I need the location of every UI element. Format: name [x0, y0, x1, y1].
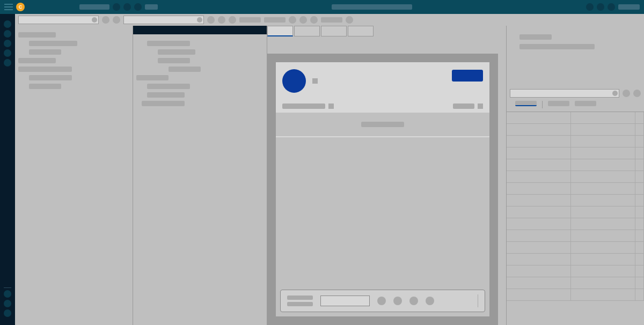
- topbar-action-icon[interactable]: [608, 3, 615, 11]
- tree-item[interactable]: [29, 41, 77, 46]
- footer-action-icon[interactable]: [426, 297, 434, 305]
- tree-item[interactable]: [158, 58, 190, 63]
- toolbar-action-icon[interactable]: [218, 16, 225, 24]
- table-row[interactable]: [507, 171, 644, 183]
- topbar-action-icon[interactable]: [586, 3, 594, 11]
- footer-action-icon[interactable]: [393, 297, 402, 305]
- footer-input[interactable]: [320, 296, 370, 306]
- nav-item-icon[interactable]: [4, 20, 11, 28]
- table-row[interactable]: [507, 218, 644, 230]
- toolbar-action-icon[interactable]: [207, 16, 215, 24]
- table-row[interactable]: [507, 289, 644, 301]
- tree-item[interactable]: [18, 32, 56, 38]
- nav-item-icon[interactable]: [4, 300, 11, 307]
- toolbar-action-icon[interactable]: [299, 16, 307, 24]
- right-panel: [506, 26, 644, 325]
- search-input[interactable]: [510, 89, 619, 98]
- table-row[interactable]: [507, 112, 644, 124]
- modal-label: [282, 104, 325, 109]
- tree-item[interactable]: [147, 84, 190, 89]
- table-row[interactable]: [507, 277, 644, 289]
- search-icon: [612, 91, 618, 96]
- table-row[interactable]: [507, 230, 644, 242]
- right-tab[interactable]: [548, 101, 569, 106]
- footer-action-icon[interactable]: [409, 297, 418, 305]
- topbar-text: [79, 4, 109, 10]
- tree-item[interactable]: [142, 101, 185, 106]
- nav-item-icon[interactable]: [4, 309, 11, 317]
- tab[interactable]: [348, 26, 374, 36]
- modal-banner-text: [361, 122, 404, 127]
- table-row[interactable]: [507, 265, 644, 277]
- tree-item[interactable]: [29, 75, 72, 80]
- tree-panel-1: [15, 26, 133, 325]
- topbar-text: [618, 4, 640, 10]
- modal-banner: [276, 113, 489, 136]
- tree-item[interactable]: [147, 41, 190, 46]
- toolbar-action-icon[interactable]: [102, 16, 109, 24]
- table-row[interactable]: [507, 242, 644, 254]
- nav-item-icon[interactable]: [4, 59, 11, 67]
- modal-footer: [276, 285, 489, 316]
- topbar-text: [145, 4, 158, 10]
- tree-item[interactable]: [18, 67, 72, 72]
- topbar-action-icon[interactable]: [597, 3, 604, 11]
- table-row[interactable]: [507, 183, 644, 195]
- nav-item-icon[interactable]: [4, 40, 11, 47]
- tree-header-selected[interactable]: [133, 26, 267, 34]
- toolbar-action-icon[interactable]: [289, 16, 296, 24]
- modal-info-row: [276, 100, 489, 113]
- footer-action-icon[interactable]: [377, 297, 386, 305]
- tree-item[interactable]: [147, 92, 185, 98]
- modal-dialog: [276, 62, 489, 316]
- avatar-icon: [282, 69, 306, 93]
- tab[interactable]: [267, 26, 293, 36]
- toolbar: [15, 14, 644, 26]
- topbar-action-icon[interactable]: [123, 3, 131, 11]
- hamburger-icon[interactable]: [4, 4, 13, 10]
- tab[interactable]: [321, 26, 347, 36]
- modal-footer-bar: [280, 290, 485, 312]
- modal-body: [276, 137, 489, 285]
- tab[interactable]: [294, 26, 320, 36]
- search-icon: [92, 17, 97, 23]
- table-row[interactable]: [507, 195, 644, 206]
- nav-divider: [4, 287, 11, 288]
- search-input[interactable]: [123, 16, 204, 24]
- tree-item[interactable]: [158, 49, 195, 55]
- info-icon: [328, 104, 334, 109]
- toolbar-label: [264, 17, 286, 23]
- nav-item-icon[interactable]: [4, 49, 11, 57]
- tree-item[interactable]: [169, 67, 201, 72]
- modal-action-button[interactable]: [452, 70, 483, 82]
- topbar-action-icon[interactable]: [134, 3, 142, 11]
- tree-item[interactable]: [29, 49, 61, 55]
- table-row[interactable]: [507, 254, 644, 265]
- topbar-action-icon[interactable]: [113, 3, 120, 11]
- tree-item[interactable]: [18, 58, 56, 63]
- toolbar-action-icon[interactable]: [346, 16, 353, 24]
- nav-item-icon[interactable]: [4, 30, 11, 38]
- tree-item[interactable]: [136, 75, 169, 80]
- toolbar-action-icon[interactable]: [229, 16, 236, 24]
- right-tab[interactable]: [515, 101, 537, 106]
- nav-item-icon[interactable]: [4, 290, 11, 298]
- search-input[interactable]: [18, 16, 99, 24]
- modal-backdrop: [267, 54, 498, 325]
- table-row[interactable]: [507, 206, 644, 218]
- toolbar-action-icon[interactable]: [623, 90, 630, 97]
- toolbar-action-icon[interactable]: [310, 16, 318, 24]
- tree-item[interactable]: [29, 84, 61, 89]
- table-row[interactable]: [507, 136, 644, 147]
- toolbar-action-icon[interactable]: [633, 90, 641, 97]
- app-logo[interactable]: C: [16, 3, 25, 11]
- main-panel: [267, 26, 506, 325]
- table-row[interactable]: [507, 124, 644, 136]
- main-tabs: [267, 26, 506, 36]
- tab-divider: [542, 101, 543, 108]
- table-row[interactable]: [507, 159, 644, 171]
- table-row[interactable]: [507, 147, 644, 159]
- modal-label: [453, 104, 474, 109]
- toolbar-action-icon[interactable]: [113, 16, 120, 24]
- right-tab[interactable]: [575, 101, 596, 106]
